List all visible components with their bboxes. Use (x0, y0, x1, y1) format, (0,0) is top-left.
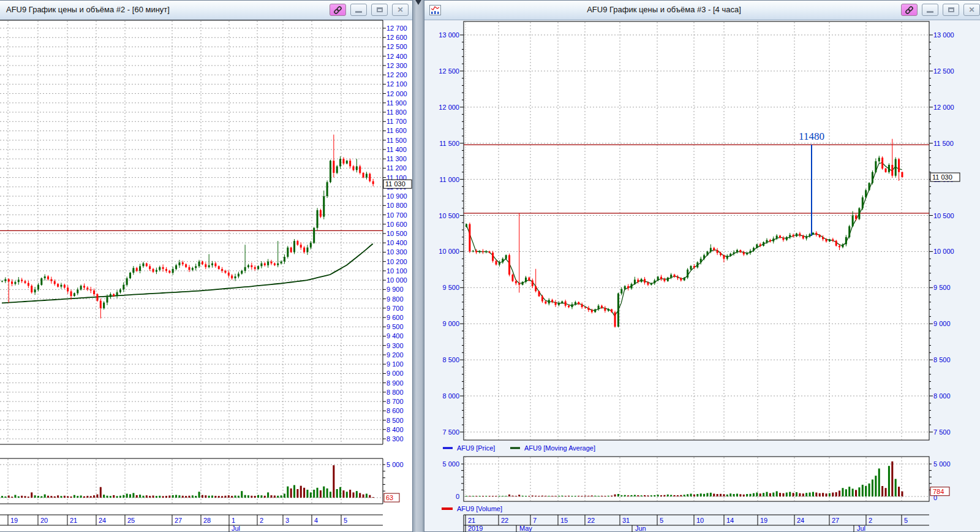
close-icon: ✕ (397, 6, 403, 14)
right-titlebar[interactable]: AFU9 График цены и объёма #3 - [4 часа] … (424, 1, 980, 20)
minimize-icon (927, 11, 933, 13)
restore-icon (948, 7, 954, 12)
restore-icon (377, 7, 383, 12)
minimize-button[interactable] (922, 4, 938, 16)
chain-link-icon (905, 6, 914, 15)
minimize-icon (355, 11, 362, 13)
mdi-workspace: AFU9 График цены и объёма #2 - [60 минут… (0, 0, 980, 532)
chain-link-icon (333, 6, 342, 15)
close-button[interactable]: ✕ (963, 4, 980, 16)
left-window-title: AFU9 График цены и объёма #2 - [60 минут… (6, 5, 170, 14)
splitter-arrow-icon (415, 0, 421, 5)
close-button[interactable]: ✕ (392, 4, 409, 16)
restore-button[interactable] (943, 4, 959, 16)
right-window-title: AFU9 График цены и объёма #3 - [4 часа] (424, 5, 980, 14)
minimize-button[interactable] (350, 4, 367, 16)
link-button[interactable] (330, 4, 346, 16)
window-divider[interactable] (413, 0, 424, 532)
link-button[interactable] (901, 4, 918, 16)
right-chart-window: AFU9 График цены и объёма #3 - [4 часа] … (424, 0, 980, 532)
left-chart-window: AFU9 График цены и объёма #2 - [60 минут… (0, 0, 413, 532)
close-icon: ✕ (968, 6, 974, 14)
left-titlebar[interactable]: AFU9 График цены и объёма #2 - [60 минут… (0, 1, 412, 20)
restore-button[interactable] (371, 4, 388, 16)
